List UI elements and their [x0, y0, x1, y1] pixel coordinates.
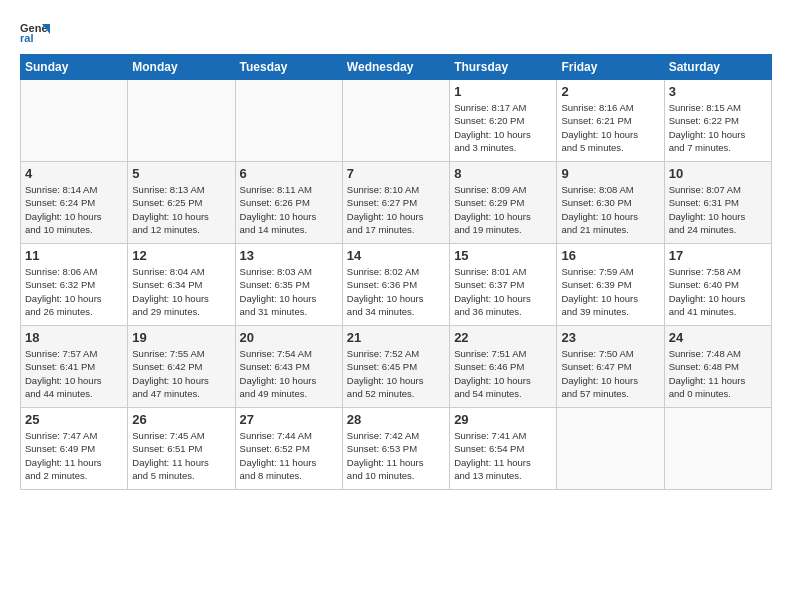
day-info: Sunrise: 8:15 AM Sunset: 6:22 PM Dayligh… [669, 101, 767, 154]
day-info: Sunrise: 7:50 AM Sunset: 6:47 PM Dayligh… [561, 347, 659, 400]
calendar-cell: 26Sunrise: 7:45 AM Sunset: 6:51 PM Dayli… [128, 408, 235, 490]
calendar-cell [342, 80, 449, 162]
calendar-cell: 5Sunrise: 8:13 AM Sunset: 6:25 PM Daylig… [128, 162, 235, 244]
day-number: 3 [669, 84, 767, 99]
day-info: Sunrise: 7:57 AM Sunset: 6:41 PM Dayligh… [25, 347, 123, 400]
calendar-cell: 10Sunrise: 8:07 AM Sunset: 6:31 PM Dayli… [664, 162, 771, 244]
calendar-cell: 28Sunrise: 7:42 AM Sunset: 6:53 PM Dayli… [342, 408, 449, 490]
calendar-cell [235, 80, 342, 162]
calendar-cell: 11Sunrise: 8:06 AM Sunset: 6:32 PM Dayli… [21, 244, 128, 326]
day-info: Sunrise: 8:13 AM Sunset: 6:25 PM Dayligh… [132, 183, 230, 236]
column-header-thursday: Thursday [450, 55, 557, 80]
calendar-cell: 27Sunrise: 7:44 AM Sunset: 6:52 PM Dayli… [235, 408, 342, 490]
day-number: 11 [25, 248, 123, 263]
day-number: 27 [240, 412, 338, 427]
day-info: Sunrise: 7:52 AM Sunset: 6:45 PM Dayligh… [347, 347, 445, 400]
calendar-week-row: 25Sunrise: 7:47 AM Sunset: 6:49 PM Dayli… [21, 408, 772, 490]
day-info: Sunrise: 8:08 AM Sunset: 6:30 PM Dayligh… [561, 183, 659, 236]
column-header-tuesday: Tuesday [235, 55, 342, 80]
calendar-cell: 16Sunrise: 7:59 AM Sunset: 6:39 PM Dayli… [557, 244, 664, 326]
day-number: 17 [669, 248, 767, 263]
calendar-cell: 7Sunrise: 8:10 AM Sunset: 6:27 PM Daylig… [342, 162, 449, 244]
day-info: Sunrise: 8:06 AM Sunset: 6:32 PM Dayligh… [25, 265, 123, 318]
calendar-week-row: 11Sunrise: 8:06 AM Sunset: 6:32 PM Dayli… [21, 244, 772, 326]
day-info: Sunrise: 7:55 AM Sunset: 6:42 PM Dayligh… [132, 347, 230, 400]
calendar-cell [21, 80, 128, 162]
day-number: 19 [132, 330, 230, 345]
day-number: 24 [669, 330, 767, 345]
column-header-sunday: Sunday [21, 55, 128, 80]
calendar-cell: 17Sunrise: 7:58 AM Sunset: 6:40 PM Dayli… [664, 244, 771, 326]
calendar-week-row: 4Sunrise: 8:14 AM Sunset: 6:24 PM Daylig… [21, 162, 772, 244]
day-info: Sunrise: 7:44 AM Sunset: 6:52 PM Dayligh… [240, 429, 338, 482]
calendar-cell: 15Sunrise: 8:01 AM Sunset: 6:37 PM Dayli… [450, 244, 557, 326]
calendar-cell: 24Sunrise: 7:48 AM Sunset: 6:48 PM Dayli… [664, 326, 771, 408]
calendar-cell: 14Sunrise: 8:02 AM Sunset: 6:36 PM Dayli… [342, 244, 449, 326]
day-info: Sunrise: 7:58 AM Sunset: 6:40 PM Dayligh… [669, 265, 767, 318]
page-header: Gene ral [20, 20, 772, 44]
calendar-cell: 9Sunrise: 8:08 AM Sunset: 6:30 PM Daylig… [557, 162, 664, 244]
day-number: 7 [347, 166, 445, 181]
day-number: 12 [132, 248, 230, 263]
day-number: 28 [347, 412, 445, 427]
day-number: 5 [132, 166, 230, 181]
calendar-cell: 23Sunrise: 7:50 AM Sunset: 6:47 PM Dayli… [557, 326, 664, 408]
column-header-friday: Friday [557, 55, 664, 80]
day-number: 23 [561, 330, 659, 345]
day-number: 29 [454, 412, 552, 427]
day-info: Sunrise: 8:09 AM Sunset: 6:29 PM Dayligh… [454, 183, 552, 236]
calendar-cell [664, 408, 771, 490]
day-info: Sunrise: 7:54 AM Sunset: 6:43 PM Dayligh… [240, 347, 338, 400]
calendar-cell: 13Sunrise: 8:03 AM Sunset: 6:35 PM Dayli… [235, 244, 342, 326]
day-info: Sunrise: 8:04 AM Sunset: 6:34 PM Dayligh… [132, 265, 230, 318]
calendar-cell [128, 80, 235, 162]
calendar-cell [557, 408, 664, 490]
day-number: 9 [561, 166, 659, 181]
calendar-cell: 4Sunrise: 8:14 AM Sunset: 6:24 PM Daylig… [21, 162, 128, 244]
calendar-cell: 22Sunrise: 7:51 AM Sunset: 6:46 PM Dayli… [450, 326, 557, 408]
calendar-week-row: 1Sunrise: 8:17 AM Sunset: 6:20 PM Daylig… [21, 80, 772, 162]
day-info: Sunrise: 8:16 AM Sunset: 6:21 PM Dayligh… [561, 101, 659, 154]
day-info: Sunrise: 8:10 AM Sunset: 6:27 PM Dayligh… [347, 183, 445, 236]
day-number: 25 [25, 412, 123, 427]
day-number: 1 [454, 84, 552, 99]
day-info: Sunrise: 8:17 AM Sunset: 6:20 PM Dayligh… [454, 101, 552, 154]
column-header-wednesday: Wednesday [342, 55, 449, 80]
calendar-cell: 2Sunrise: 8:16 AM Sunset: 6:21 PM Daylig… [557, 80, 664, 162]
svg-text:ral: ral [20, 32, 33, 44]
calendar-cell: 21Sunrise: 7:52 AM Sunset: 6:45 PM Dayli… [342, 326, 449, 408]
day-info: Sunrise: 8:01 AM Sunset: 6:37 PM Dayligh… [454, 265, 552, 318]
day-info: Sunrise: 8:07 AM Sunset: 6:31 PM Dayligh… [669, 183, 767, 236]
logo-icon: Gene ral [20, 20, 50, 44]
day-info: Sunrise: 7:42 AM Sunset: 6:53 PM Dayligh… [347, 429, 445, 482]
day-number: 10 [669, 166, 767, 181]
day-info: Sunrise: 8:14 AM Sunset: 6:24 PM Dayligh… [25, 183, 123, 236]
day-info: Sunrise: 8:11 AM Sunset: 6:26 PM Dayligh… [240, 183, 338, 236]
day-number: 4 [25, 166, 123, 181]
calendar-cell: 19Sunrise: 7:55 AM Sunset: 6:42 PM Dayli… [128, 326, 235, 408]
calendar-cell: 6Sunrise: 8:11 AM Sunset: 6:26 PM Daylig… [235, 162, 342, 244]
calendar-cell: 18Sunrise: 7:57 AM Sunset: 6:41 PM Dayli… [21, 326, 128, 408]
day-number: 14 [347, 248, 445, 263]
day-number: 18 [25, 330, 123, 345]
calendar-cell: 25Sunrise: 7:47 AM Sunset: 6:49 PM Dayli… [21, 408, 128, 490]
day-info: Sunrise: 8:03 AM Sunset: 6:35 PM Dayligh… [240, 265, 338, 318]
column-header-saturday: Saturday [664, 55, 771, 80]
day-info: Sunrise: 7:59 AM Sunset: 6:39 PM Dayligh… [561, 265, 659, 318]
day-info: Sunrise: 7:45 AM Sunset: 6:51 PM Dayligh… [132, 429, 230, 482]
day-info: Sunrise: 7:51 AM Sunset: 6:46 PM Dayligh… [454, 347, 552, 400]
day-number: 8 [454, 166, 552, 181]
column-header-monday: Monday [128, 55, 235, 80]
day-number: 2 [561, 84, 659, 99]
day-number: 20 [240, 330, 338, 345]
day-number: 13 [240, 248, 338, 263]
day-number: 6 [240, 166, 338, 181]
logo: Gene ral [20, 20, 54, 44]
day-number: 16 [561, 248, 659, 263]
day-info: Sunrise: 7:48 AM Sunset: 6:48 PM Dayligh… [669, 347, 767, 400]
calendar-header-row: SundayMondayTuesdayWednesdayThursdayFrid… [21, 55, 772, 80]
calendar-week-row: 18Sunrise: 7:57 AM Sunset: 6:41 PM Dayli… [21, 326, 772, 408]
calendar-cell: 29Sunrise: 7:41 AM Sunset: 6:54 PM Dayli… [450, 408, 557, 490]
day-number: 26 [132, 412, 230, 427]
day-info: Sunrise: 8:02 AM Sunset: 6:36 PM Dayligh… [347, 265, 445, 318]
